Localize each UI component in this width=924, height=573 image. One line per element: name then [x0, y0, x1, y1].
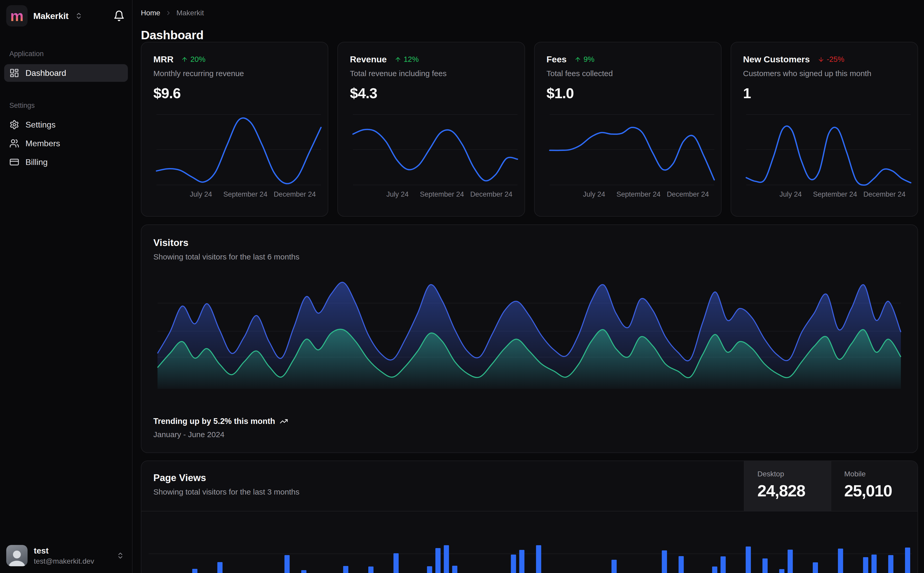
stat-description: Monthly recurring revenue: [153, 69, 316, 78]
stat-value: 1: [743, 85, 905, 102]
axis-tick: December 24: [470, 190, 512, 199]
stat-value: $4.3: [350, 85, 512, 102]
users-icon: [9, 138, 19, 148]
trend-badge: 9%: [574, 55, 595, 64]
trend-badge: 12%: [395, 55, 419, 64]
axis-tick: July 24: [386, 190, 409, 199]
chevron-right-icon: [165, 9, 172, 16]
page-views-description: Showing total visitors for the last 3 mo…: [153, 488, 732, 496]
axis-tick: September 24: [813, 190, 857, 199]
page-views-titles: Page Views Showing total visitors for th…: [141, 461, 744, 511]
sidebar-item-members[interactable]: Members: [4, 135, 128, 152]
sidebar-item-billing[interactable]: Billing: [4, 153, 128, 171]
axis-tick: December 24: [667, 190, 709, 199]
nav-group-settings-label: Settings: [4, 102, 128, 110]
stat-description: Total revenue including fees: [350, 69, 512, 78]
page-views-title: Page Views: [153, 473, 732, 484]
sidebar-item-label: Billing: [25, 157, 47, 167]
stat-title: Revenue: [350, 54, 387, 64]
axis-tick: September 24: [617, 190, 661, 199]
axis-tick: July 24: [780, 190, 802, 199]
stat-value: $1.0: [547, 85, 709, 102]
workspace-logo-letter: m: [10, 8, 24, 23]
workspace-logo: m: [6, 5, 28, 27]
arrow-down-icon: [818, 56, 824, 63]
chevrons-up-down-icon: [75, 12, 83, 20]
sidebar: m Makerkit Application Dashboard Setting…: [0, 0, 133, 573]
user-email: test@makerkit.dev: [34, 557, 110, 565]
nav-group-application-label: Application: [4, 50, 128, 58]
stat-title: Fees: [547, 54, 567, 64]
stat-card-header: MRR 20% Monthly recurring revenue $9.6: [141, 42, 328, 102]
arrow-up-icon: [181, 56, 188, 63]
trending-up-icon: [280, 417, 288, 426]
axis-tick: December 24: [863, 190, 905, 199]
notifications-bell-icon[interactable]: [113, 10, 125, 22]
sidebar-item-label: Dashboard: [25, 68, 66, 78]
sidebar-item-label: Members: [25, 139, 60, 148]
chevrons-up-down-icon: [116, 552, 124, 559]
visitors-date-range: January - June 2024: [153, 430, 288, 439]
stat-title: MRR: [153, 54, 173, 64]
stat-title: New Customers: [743, 54, 810, 64]
axis-tick: July 24: [583, 190, 606, 199]
layout-dashboard-icon: [9, 68, 19, 78]
toggle-label: Mobile: [844, 470, 918, 478]
trend-value: -25%: [827, 55, 844, 64]
credit-card-icon: [9, 157, 19, 167]
stat-card-new-customers: New Customers -25% Customers who signed …: [731, 42, 918, 217]
axis-tick: September 24: [223, 190, 267, 199]
arrow-up-icon: [395, 56, 401, 63]
stat-card-revenue: Revenue 12% Total revenue including fees…: [337, 42, 525, 217]
gear-icon: [9, 120, 19, 130]
visitors-footer: Trending up by 5.2% this month January -…: [153, 416, 288, 439]
toggle-desktop[interactable]: Desktop 24,828: [744, 461, 831, 511]
trend-value: 9%: [584, 55, 595, 64]
trend-value: 12%: [404, 55, 419, 64]
breadcrumb-home-link[interactable]: Home: [141, 9, 160, 17]
toggle-label: Desktop: [758, 470, 831, 478]
sidebar-item-label: Settings: [25, 120, 56, 130]
page-views-card: Page Views Showing total visitors for th…: [141, 460, 918, 573]
axis-tick: September 24: [420, 190, 464, 199]
sidebar-item-dashboard[interactable]: Dashboard: [4, 64, 128, 82]
stat-card-mrr: MRR 20% Monthly recurring revenue $9.6 J…: [141, 42, 328, 217]
trend-badge: -25%: [818, 55, 844, 64]
stat-card-header: Revenue 12% Total revenue including fees…: [338, 42, 524, 102]
sparkline-axis: July 24 September 24 December 24: [157, 190, 321, 201]
visitors-card: Visitors Showing total visitors for the …: [141, 224, 918, 453]
avatar: [6, 545, 28, 566]
sparkline-axis: July 24 September 24 December 24: [550, 190, 714, 201]
toggle-mobile[interactable]: Mobile 25,010: [831, 461, 918, 511]
stat-value: $9.6: [153, 85, 316, 102]
user-menu[interactable]: test test@makerkit.dev: [0, 539, 132, 573]
stat-card-header: Fees 9% Total fees collected $1.0: [535, 42, 721, 102]
sidebar-nav: Application Dashboard Settings Settings …: [0, 32, 132, 172]
stat-cards-row: MRR 20% Monthly recurring revenue $9.6 J…: [141, 42, 918, 217]
sparkline-chart: [353, 112, 518, 186]
workspace-switcher[interactable]: m Makerkit: [0, 0, 132, 32]
breadcrumb-current: Makerkit: [176, 9, 204, 17]
trend-value: 20%: [190, 55, 206, 64]
visitors-title: Visitors: [153, 237, 905, 248]
workspace-name: Makerkit: [33, 11, 69, 21]
visitors-trend-text: Trending up by 5.2% this month: [153, 416, 275, 426]
visitors-description: Showing total visitors for the last 6 mo…: [153, 252, 905, 261]
sidebar-item-settings[interactable]: Settings: [4, 116, 128, 133]
breadcrumb: Home Makerkit: [141, 9, 204, 17]
sparkline-axis: July 24 September 24 December 24: [746, 190, 911, 201]
sparkline-chart: [746, 112, 911, 186]
trend-badge: 20%: [181, 55, 206, 64]
arrow-up-icon: [574, 56, 581, 63]
visitors-header: Visitors Showing total visitors for the …: [141, 225, 918, 261]
page-title: Dashboard: [141, 28, 204, 42]
page-views-header: Page Views Showing total visitors for th…: [141, 461, 918, 512]
axis-tick: July 24: [190, 190, 212, 199]
axis-tick: December 24: [274, 190, 316, 199]
stat-description: Total fees collected: [547, 69, 709, 78]
stat-card-header: New Customers -25% Customers who signed …: [731, 42, 918, 102]
sparkline-chart: [157, 112, 321, 186]
toggle-value: 25,010: [844, 481, 918, 500]
main-content: Home Makerkit Dashboard MRR 20% Monthly …: [133, 0, 924, 573]
visitors-area-chart: [157, 271, 901, 389]
